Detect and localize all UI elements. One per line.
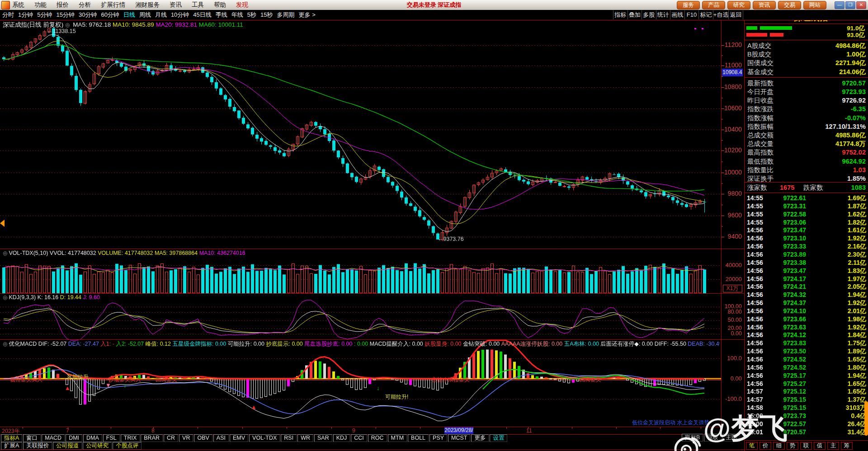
- tab-BRAR[interactable]: BRAR: [141, 434, 163, 442]
- period-分时[interactable]: 分时: [2, 10, 14, 20]
- tab-KDJ[interactable]: KDJ: [333, 434, 350, 442]
- toolbar-button-返回[interactable]: 返回: [728, 10, 743, 19]
- tick-row[interactable]: 14:569724.121.84亿: [745, 331, 868, 339]
- period-5秒[interactable]: 5秒: [247, 10, 256, 20]
- tab-WR[interactable]: WR: [297, 434, 313, 442]
- tick-row[interactable]: 14:569724.212.05亿: [745, 282, 868, 291]
- tab-ASI[interactable]: ASI: [213, 434, 229, 442]
- period-15分钟[interactable]: 15分钟: [56, 10, 74, 20]
- tab-OBV[interactable]: OBV: [194, 434, 212, 442]
- tab-MCST[interactable]: MCST: [448, 434, 470, 442]
- toolbar-button-画线[interactable]: 画线: [670, 10, 684, 19]
- toolbar-button-统计[interactable]: 统计: [656, 10, 670, 19]
- period-季线[interactable]: 季线: [216, 10, 227, 20]
- tab-VR[interactable]: VR: [179, 434, 193, 442]
- tab-CR[interactable]: CR: [164, 434, 178, 442]
- tick-row[interactable]: 14:569724.102.01亿: [745, 307, 868, 315]
- tick-row[interactable]: 14:559722.581.62亿: [745, 210, 868, 218]
- tick-row[interactable]: 14:559723.061.82亿: [745, 218, 868, 226]
- menu-分析[interactable]: 分析: [74, 0, 96, 10]
- title-button-产品[interactable]: 产品: [702, 1, 725, 9]
- tab-扩展A[interactable]: 扩展A: [1, 442, 22, 450]
- tab-窗口[interactable]: 窗口: [23, 434, 41, 442]
- tick-row[interactable]: 14:559723.311.87亿: [745, 202, 868, 210]
- tab-指标A[interactable]: 指标A: [1, 434, 22, 442]
- tab-DMA[interactable]: DMA: [83, 434, 102, 442]
- tick-row[interactable]: 14:569724.521.80亿: [745, 363, 868, 371]
- tab-SAR[interactable]: SAR: [314, 434, 332, 442]
- tick-row[interactable]: 14:569725.171.94亿: [745, 371, 868, 380]
- tab-更多[interactable]: 更多: [471, 434, 489, 442]
- tab-MACD[interactable]: MACD: [42, 434, 65, 442]
- menu-湘财服务[interactable]: 湘财服务: [130, 0, 165, 10]
- title-button-研究[interactable]: 研究: [727, 1, 750, 9]
- title-button-资讯[interactable]: 资讯: [753, 1, 776, 9]
- menu-系统[interactable]: 系统: [7, 0, 29, 10]
- tab-VOL-TDX[interactable]: VOL-TDX: [249, 434, 280, 442]
- tick-row[interactable]: 14:569724.321.94亿: [745, 291, 868, 299]
- close-button[interactable]: ✕: [856, 1, 866, 9]
- tab-CCI[interactable]: CCI: [351, 434, 367, 442]
- tick-row[interactable]: 14:569723.631.92亿: [745, 323, 868, 331]
- title-button-服务[interactable]: 服务: [677, 1, 700, 9]
- tab-设置[interactable]: 设置: [490, 434, 507, 442]
- collapse-icon[interactable]: ◎: [65, 22, 70, 28]
- tick-row[interactable]: 14:579725.121.65亿: [745, 387, 868, 395]
- tick-row[interactable]: 14:579725.151.37亿: [745, 395, 868, 404]
- tab-DMI[interactable]: DMI: [66, 434, 82, 442]
- restore-button[interactable]: ❐: [845, 1, 855, 9]
- tab-BOLL[interactable]: BOLL: [408, 434, 429, 442]
- period-15秒[interactable]: 15秒: [260, 10, 273, 20]
- period-5分钟[interactable]: 5分钟: [37, 10, 52, 20]
- tick-row[interactable]: 14:569723.831.75亿: [745, 339, 868, 347]
- period-周线[interactable]: 周线: [139, 10, 151, 20]
- tab-FSL[interactable]: FSL: [103, 434, 120, 442]
- tab-RSI[interactable]: RSI: [281, 434, 297, 442]
- tick-row[interactable]: 14:569723.892.30亿: [745, 250, 868, 258]
- tab-公司报道[interactable]: 公司报道: [53, 442, 82, 450]
- period-1分钟[interactable]: 1分钟: [18, 10, 33, 20]
- tick-row[interactable]: 14:569723.101.92亿: [745, 234, 868, 242]
- menu-扩展行情[interactable]: 扩展行情: [96, 0, 130, 10]
- period-更多 >[interactable]: 更多 >: [299, 10, 316, 20]
- collapse-icon[interactable]: ◎: [3, 294, 7, 301]
- tick-row[interactable]: 14:569723.471.83亿: [745, 267, 868, 275]
- toolbar-button-叠加[interactable]: 叠加: [627, 10, 642, 19]
- menu-报价[interactable]: 报价: [52, 0, 74, 10]
- tick-row[interactable]: 14:569723.471.61亿: [745, 226, 868, 234]
- toolbar-button-指标[interactable]: 指标: [613, 10, 627, 19]
- tab-EMV[interactable]: EMV: [230, 434, 248, 442]
- period-10分钟[interactable]: 10分钟: [171, 10, 189, 20]
- pane-collapse-arrow-icon[interactable]: [0, 220, 5, 227]
- tick-row[interactable]: 14:559722.611.69亿: [745, 194, 868, 202]
- tick-row[interactable]: 14:569723.501.89亿: [745, 347, 868, 355]
- tab-MTM[interactable]: MTM: [388, 434, 407, 442]
- menu-帮助[interactable]: 帮助: [209, 0, 231, 10]
- menu-功能[interactable]: 功能: [29, 0, 52, 10]
- title-button-交易[interactable]: 交易: [778, 1, 801, 9]
- toolbar-button-多股[interactable]: 多股: [642, 10, 656, 19]
- tab-公司研究[interactable]: 公司研究: [83, 442, 112, 450]
- period-年线[interactable]: 年线: [231, 10, 243, 20]
- period-45日线[interactable]: 45日线: [193, 10, 211, 20]
- menu-资讯[interactable]: 资讯: [165, 0, 187, 10]
- menu-工具[interactable]: 工具: [187, 0, 209, 10]
- period-多周期[interactable]: 多周期: [277, 10, 295, 20]
- period-月线[interactable]: 月线: [155, 10, 167, 20]
- tab-PSY[interactable]: PSY: [429, 434, 447, 442]
- tick-row[interactable]: 14:569723.332.16亿: [745, 242, 868, 250]
- tick-row[interactable]: 14:569724.171.97亿: [745, 275, 868, 283]
- menu-发现[interactable]: 发现: [231, 0, 253, 10]
- tab-TRIX[interactable]: TRIX: [121, 434, 140, 442]
- tick-row[interactable]: 14:569724.371.92亿: [745, 299, 868, 307]
- tick-row[interactable]: 14:569723.382.11亿: [745, 258, 868, 267]
- collapse-icon[interactable]: ◎: [3, 341, 7, 347]
- tick-row[interactable]: 14:569723.661.98亿: [745, 315, 868, 323]
- period-日线[interactable]: 日线: [123, 10, 135, 20]
- minimize-button[interactable]: —: [835, 1, 844, 9]
- title-button-网站[interactable]: 网站: [803, 1, 826, 9]
- tab-关联报价[interactable]: 关联报价: [23, 442, 52, 450]
- tick-row[interactable]: 14:569724.521.65亿: [745, 355, 868, 363]
- tab-ROC[interactable]: ROC: [368, 434, 387, 442]
- tick-row[interactable]: 14:569725.271.65亿: [745, 380, 868, 388]
